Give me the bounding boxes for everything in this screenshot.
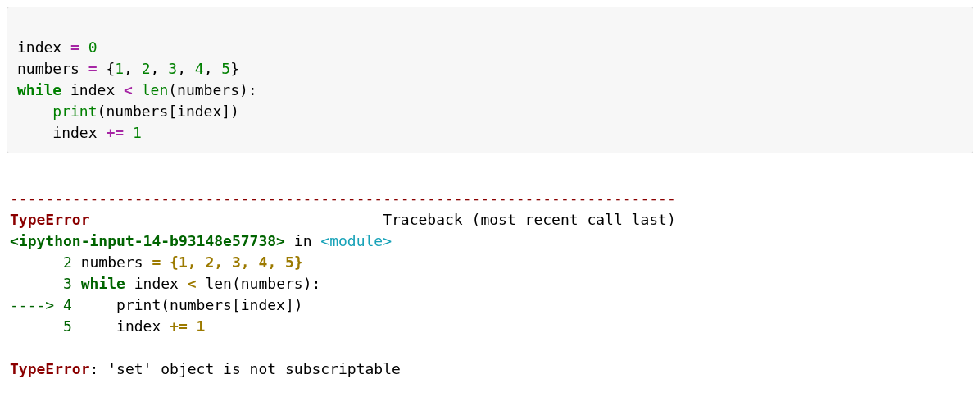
code-input-cell: index = 0 numbers = {1, 2, 3, 4, 5} whil… [7, 7, 973, 153]
traceback-error-final: TypeError: 'set' object is not subscript… [10, 360, 401, 377]
traceback-separator: ----------------------------------------… [10, 189, 676, 207]
code-line-2: numbers = {1, 2, 3, 4, 5} [17, 60, 239, 77]
traceback-line-4: ----> 4 print(numbers[index]) [10, 296, 303, 313]
code-line-3: while index < len(numbers): [17, 81, 257, 98]
traceback-line-3: 3 while index < len(numbers): [10, 275, 320, 292]
code-line-1: index = 0 [17, 39, 98, 56]
traceback-line-5: 5 index += 1 [10, 317, 205, 335]
traceback-line-2: 2 numbers = {1, 2, 3, 4, 5} [10, 253, 303, 271]
traceback-frame: <ipython-input-14-b93148e57738> in <modu… [10, 232, 392, 249]
traceback-header: TypeError Traceback (most recent call la… [10, 211, 676, 228]
traceback-output: ----------------------------------------… [7, 165, 973, 382]
code-line-5: index += 1 [17, 124, 142, 141]
code-line-4: print(numbers[index]) [17, 103, 239, 120]
